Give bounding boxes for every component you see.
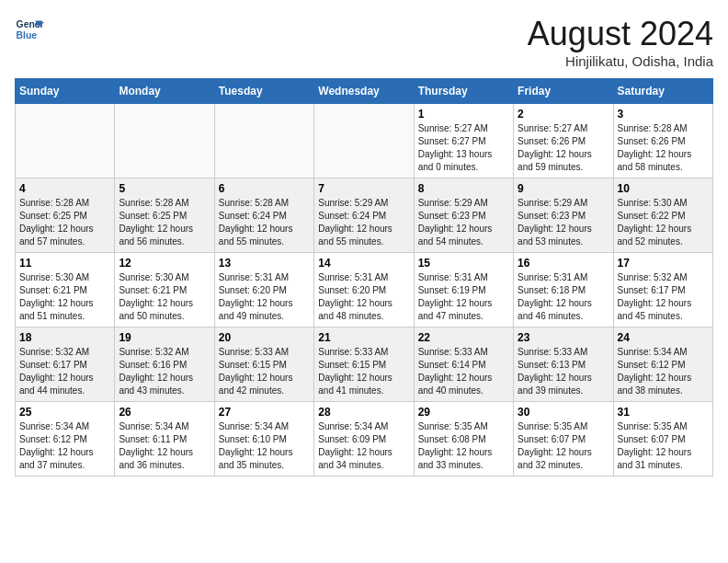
day-info-4: Sunrise: 5:28 AM Sunset: 6:25 PM Dayligh… [19, 197, 110, 248]
weekday-header-friday: Friday [514, 79, 613, 104]
day-cell-5: 5Sunrise: 5:28 AM Sunset: 6:25 PM Daylig… [115, 178, 214, 253]
day-number-19: 19 [119, 331, 210, 344]
weekday-header-saturday: Saturday [613, 79, 712, 104]
day-info-3: Sunrise: 5:28 AM Sunset: 6:26 PM Dayligh… [618, 122, 709, 174]
day-number-6: 6 [219, 182, 310, 195]
day-info-30: Sunrise: 5:35 AM Sunset: 6:07 PM Dayligh… [518, 420, 609, 472]
day-number-13: 13 [219, 257, 310, 270]
day-info-24: Sunrise: 5:34 AM Sunset: 6:12 PM Dayligh… [618, 346, 709, 397]
day-number-11: 11 [19, 257, 110, 270]
day-number-12: 12 [119, 257, 210, 270]
empty-cell [16, 104, 115, 178]
day-number-26: 26 [119, 406, 210, 419]
day-info-27: Sunrise: 5:34 AM Sunset: 6:10 PM Dayligh… [219, 420, 310, 472]
day-cell-12: 12Sunrise: 5:30 AM Sunset: 6:21 PM Dayli… [115, 253, 214, 327]
day-number-31: 31 [618, 406, 709, 419]
day-info-9: Sunrise: 5:29 AM Sunset: 6:23 PM Dayligh… [518, 197, 609, 248]
day-number-20: 20 [219, 331, 310, 344]
day-number-25: 25 [19, 406, 110, 419]
day-info-11: Sunrise: 5:30 AM Sunset: 6:21 PM Dayligh… [19, 271, 110, 323]
day-number-28: 28 [318, 406, 409, 419]
logo: General Blue [15, 15, 44, 44]
day-number-23: 23 [518, 331, 609, 344]
day-cell-8: 8Sunrise: 5:29 AM Sunset: 6:23 PM Daylig… [414, 178, 513, 253]
day-cell-29: 29Sunrise: 5:35 AM Sunset: 6:08 PM Dayli… [414, 402, 513, 477]
day-info-26: Sunrise: 5:34 AM Sunset: 6:11 PM Dayligh… [119, 420, 210, 472]
day-info-25: Sunrise: 5:34 AM Sunset: 6:12 PM Dayligh… [19, 420, 110, 472]
month-title: August 2024 [528, 15, 713, 53]
empty-cell [115, 104, 214, 178]
day-cell-14: 14Sunrise: 5:31 AM Sunset: 6:20 PM Dayli… [314, 253, 414, 327]
day-number-2: 2 [518, 108, 609, 121]
title-block: August 2024 Hinjilikatu, Odisha, India [528, 15, 713, 69]
day-info-17: Sunrise: 5:32 AM Sunset: 6:17 PM Dayligh… [618, 271, 709, 323]
day-cell-21: 21Sunrise: 5:33 AM Sunset: 6:15 PM Dayli… [314, 327, 414, 402]
day-number-29: 29 [418, 406, 509, 419]
day-number-14: 14 [318, 257, 409, 270]
day-info-28: Sunrise: 5:34 AM Sunset: 6:09 PM Dayligh… [318, 420, 409, 472]
weekday-header-monday: Monday [115, 79, 214, 104]
day-info-23: Sunrise: 5:33 AM Sunset: 6:13 PM Dayligh… [518, 346, 609, 397]
day-info-15: Sunrise: 5:31 AM Sunset: 6:19 PM Dayligh… [418, 271, 509, 323]
day-cell-25: 25Sunrise: 5:34 AM Sunset: 6:12 PM Dayli… [16, 402, 115, 477]
day-number-27: 27 [219, 406, 310, 419]
empty-cell [314, 104, 414, 178]
day-info-1: Sunrise: 5:27 AM Sunset: 6:27 PM Dayligh… [418, 122, 509, 174]
day-info-7: Sunrise: 5:29 AM Sunset: 6:24 PM Dayligh… [318, 197, 409, 248]
day-info-13: Sunrise: 5:31 AM Sunset: 6:20 PM Dayligh… [219, 271, 310, 323]
day-cell-4: 4Sunrise: 5:28 AM Sunset: 6:25 PM Daylig… [16, 178, 115, 253]
day-number-1: 1 [418, 108, 509, 121]
weekday-header-tuesday: Tuesday [214, 79, 313, 104]
day-cell-31: 31Sunrise: 5:35 AM Sunset: 6:07 PM Dayli… [613, 402, 712, 477]
day-info-29: Sunrise: 5:35 AM Sunset: 6:08 PM Dayligh… [418, 420, 509, 472]
day-cell-1: 1Sunrise: 5:27 AM Sunset: 6:27 PM Daylig… [414, 104, 513, 178]
day-number-18: 18 [19, 331, 110, 344]
location: Hinjilikatu, Odisha, India [528, 53, 713, 69]
day-cell-13: 13Sunrise: 5:31 AM Sunset: 6:20 PM Dayli… [214, 253, 313, 327]
day-cell-19: 19Sunrise: 5:32 AM Sunset: 6:16 PM Dayli… [115, 327, 214, 402]
day-info-14: Sunrise: 5:31 AM Sunset: 6:20 PM Dayligh… [318, 271, 409, 323]
weekday-header-thursday: Thursday [414, 79, 513, 104]
day-info-20: Sunrise: 5:33 AM Sunset: 6:15 PM Dayligh… [219, 346, 310, 397]
day-cell-2: 2Sunrise: 5:27 AM Sunset: 6:26 PM Daylig… [514, 104, 613, 178]
day-number-30: 30 [518, 406, 609, 419]
day-info-6: Sunrise: 5:28 AM Sunset: 6:24 PM Dayligh… [219, 197, 310, 248]
day-cell-9: 9Sunrise: 5:29 AM Sunset: 6:23 PM Daylig… [514, 178, 613, 253]
day-cell-28: 28Sunrise: 5:34 AM Sunset: 6:09 PM Dayli… [314, 402, 414, 477]
day-cell-30: 30Sunrise: 5:35 AM Sunset: 6:07 PM Dayli… [514, 402, 613, 477]
day-info-31: Sunrise: 5:35 AM Sunset: 6:07 PM Dayligh… [618, 420, 709, 472]
day-number-21: 21 [318, 331, 409, 344]
day-number-4: 4 [19, 182, 110, 195]
week-row-2: 4Sunrise: 5:28 AM Sunset: 6:25 PM Daylig… [16, 178, 713, 253]
day-number-16: 16 [518, 257, 609, 270]
day-cell-11: 11Sunrise: 5:30 AM Sunset: 6:21 PM Dayli… [16, 253, 115, 327]
day-info-2: Sunrise: 5:27 AM Sunset: 6:26 PM Dayligh… [518, 122, 609, 174]
day-number-22: 22 [418, 331, 509, 344]
day-cell-3: 3Sunrise: 5:28 AM Sunset: 6:26 PM Daylig… [613, 104, 712, 178]
day-number-9: 9 [518, 182, 609, 195]
day-number-17: 17 [618, 257, 709, 270]
day-info-21: Sunrise: 5:33 AM Sunset: 6:15 PM Dayligh… [318, 346, 409, 397]
day-info-12: Sunrise: 5:30 AM Sunset: 6:21 PM Dayligh… [119, 271, 210, 323]
day-info-5: Sunrise: 5:28 AM Sunset: 6:25 PM Dayligh… [119, 197, 210, 248]
day-info-16: Sunrise: 5:31 AM Sunset: 6:18 PM Dayligh… [518, 271, 609, 323]
day-cell-27: 27Sunrise: 5:34 AM Sunset: 6:10 PM Dayli… [214, 402, 313, 477]
weekday-header-wednesday: Wednesday [314, 79, 414, 104]
day-cell-20: 20Sunrise: 5:33 AM Sunset: 6:15 PM Dayli… [214, 327, 313, 402]
day-cell-15: 15Sunrise: 5:31 AM Sunset: 6:19 PM Dayli… [414, 253, 513, 327]
day-number-8: 8 [418, 182, 509, 195]
day-info-18: Sunrise: 5:32 AM Sunset: 6:17 PM Dayligh… [19, 346, 110, 397]
day-number-7: 7 [318, 182, 409, 195]
day-number-24: 24 [618, 331, 709, 344]
day-info-19: Sunrise: 5:32 AM Sunset: 6:16 PM Dayligh… [119, 346, 210, 397]
week-row-5: 25Sunrise: 5:34 AM Sunset: 6:12 PM Dayli… [16, 402, 713, 477]
day-info-10: Sunrise: 5:30 AM Sunset: 6:22 PM Dayligh… [618, 197, 709, 248]
day-cell-17: 17Sunrise: 5:32 AM Sunset: 6:17 PM Dayli… [613, 253, 712, 327]
day-number-3: 3 [618, 108, 709, 121]
day-cell-6: 6Sunrise: 5:28 AM Sunset: 6:24 PM Daylig… [214, 178, 313, 253]
week-row-1: 1Sunrise: 5:27 AM Sunset: 6:27 PM Daylig… [16, 104, 713, 178]
week-row-4: 18Sunrise: 5:32 AM Sunset: 6:17 PM Dayli… [16, 327, 713, 402]
day-info-22: Sunrise: 5:33 AM Sunset: 6:14 PM Dayligh… [418, 346, 509, 397]
empty-cell [214, 104, 313, 178]
day-cell-24: 24Sunrise: 5:34 AM Sunset: 6:12 PM Dayli… [613, 327, 712, 402]
